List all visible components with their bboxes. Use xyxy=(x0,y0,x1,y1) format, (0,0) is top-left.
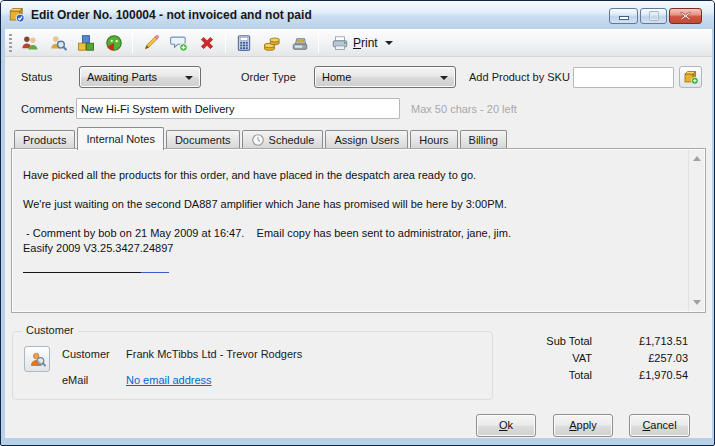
clock-icon xyxy=(251,133,265,147)
print-button[interactable]: Print xyxy=(324,31,400,55)
total-value: £1,970.54 xyxy=(592,367,688,384)
comments-input[interactable] xyxy=(76,98,400,119)
tab-internal-notes[interactable]: Internal Notes xyxy=(77,127,163,150)
add-product-button[interactable] xyxy=(679,66,702,88)
printer-icon xyxy=(331,34,349,52)
toolbar-separator xyxy=(318,33,319,53)
find-customer-button[interactable] xyxy=(45,31,71,55)
tab-label: Hours xyxy=(419,131,448,149)
tab-products[interactable]: Products xyxy=(14,130,75,149)
sku-input[interactable] xyxy=(573,67,674,88)
pencil-icon xyxy=(142,34,160,52)
note-line: - Comment by bob on 21 May 2009 at 16:47… xyxy=(23,227,671,240)
email-field-label: eMail xyxy=(62,374,88,386)
tab-label: Schedule xyxy=(269,131,315,149)
window-title: Edit Order No. 100004 - not invoiced and… xyxy=(31,1,312,29)
toolbar-grip[interactable] xyxy=(9,34,12,52)
ok-button[interactable]: Ok xyxy=(476,414,536,437)
edit-order-window: Edit Order No. 100004 - not invoiced and… xyxy=(0,0,715,446)
minimize-icon xyxy=(619,12,629,21)
maximize-icon xyxy=(649,11,659,21)
tab-label: Products xyxy=(23,131,66,149)
chevron-down-icon xyxy=(440,76,448,80)
add-comment-icon xyxy=(170,34,188,52)
sku-label: Add Product by SKU xyxy=(469,66,570,88)
customer-field-label: Customer xyxy=(62,348,110,360)
tab-schedule[interactable]: Schedule xyxy=(242,130,324,149)
delete-button[interactable] xyxy=(194,31,220,55)
edit-button[interactable] xyxy=(138,31,164,55)
tab-label: Internal Notes xyxy=(86,130,154,148)
refund-button[interactable] xyxy=(101,31,127,55)
tab-strip: Products Internal Notes Documents Schedu… xyxy=(14,127,509,149)
total-label: Total xyxy=(496,367,592,384)
products-cubes-icon xyxy=(77,34,95,52)
tab-label: Documents xyxy=(175,131,231,149)
vat-row: VAT £257.03 xyxy=(496,350,688,367)
add-comment-button[interactable] xyxy=(166,31,192,55)
toolbar-separator xyxy=(225,33,226,53)
minimize-button[interactable] xyxy=(609,8,638,24)
order-totals: Sub Total £1,713.51 VAT £257.03 Total £1… xyxy=(496,333,688,384)
customers-button[interactable] xyxy=(17,31,43,55)
print-accel: P xyxy=(353,36,361,50)
order-type-combobox[interactable]: Home xyxy=(314,66,456,88)
apply-accel: A xyxy=(569,419,576,431)
till-button[interactable] xyxy=(287,31,313,55)
notes-divider-line xyxy=(23,272,169,273)
title-bar[interactable]: Edit Order No. 100004 - not invoiced and… xyxy=(1,1,714,29)
toolbar-separator xyxy=(132,33,133,53)
status-combobox[interactable]: Awaiting Parts xyxy=(79,66,201,88)
status-label: Status xyxy=(21,66,52,88)
close-button[interactable] xyxy=(669,8,702,24)
order-type-value: Home xyxy=(322,71,351,83)
ok-accel: O xyxy=(499,419,508,431)
tab-billing[interactable]: Billing xyxy=(460,130,507,149)
app-icon xyxy=(9,7,25,23)
toolbar: Print xyxy=(5,29,712,57)
add-product-box-icon xyxy=(683,69,699,85)
vat-value: £257.03 xyxy=(592,350,688,367)
calculator-icon xyxy=(235,34,253,52)
subtotal-row: Sub Total £1,713.51 xyxy=(496,333,688,350)
customer-groupbox: Customer Customer Frank McTibbs Ltd - Tr… xyxy=(12,331,493,400)
note-line: We're just waiting on the second DA887 a… xyxy=(23,198,671,211)
delete-x-icon xyxy=(198,34,216,52)
find-customer-detail-button[interactable] xyxy=(24,346,50,372)
note-line: Easify 2009 V3.25.3427.24897 xyxy=(23,242,671,255)
print-dropdown-caret-icon[interactable] xyxy=(385,41,393,45)
users-icon xyxy=(21,34,39,52)
comments-label: Comments xyxy=(21,98,74,120)
chevron-down-icon xyxy=(185,76,193,80)
scroll-down-icon[interactable] xyxy=(693,300,701,305)
internal-notes-text: Have picked all the products for this or… xyxy=(23,169,671,273)
internal-notes-panel[interactable]: Have picked all the products for this or… xyxy=(11,148,706,313)
maximize-button[interactable] xyxy=(640,8,667,24)
apply-label-rest: pply xyxy=(577,419,597,431)
order-form: Status Awaiting Parts Order Type Home Ad… xyxy=(5,57,712,438)
note-line: Have picked all the products for this or… xyxy=(23,169,671,182)
refund-icon xyxy=(105,34,123,52)
money-button[interactable] xyxy=(259,31,285,55)
ok-label-rest: k xyxy=(508,419,514,431)
vat-label: VAT xyxy=(496,350,592,367)
tab-documents[interactable]: Documents xyxy=(166,130,240,149)
tab-hours[interactable]: Hours xyxy=(410,130,457,149)
customer-group-label: Customer xyxy=(22,324,78,336)
cash-register-icon xyxy=(291,34,309,52)
cancel-button[interactable]: Cancel xyxy=(629,414,690,437)
email-link[interactable]: No email address xyxy=(126,374,212,386)
close-icon xyxy=(680,11,691,21)
comments-chars-hint: Max 50 chars - 20 left xyxy=(411,98,517,120)
customer-search-icon xyxy=(29,351,46,368)
scroll-up-icon[interactable] xyxy=(693,156,701,161)
tab-assign-users[interactable]: Assign Users xyxy=(325,130,408,149)
notes-scrollbar[interactable] xyxy=(688,150,704,311)
apply-button[interactable]: Apply xyxy=(553,414,613,437)
tab-label: Assign Users xyxy=(334,131,399,149)
coins-icon xyxy=(263,34,281,52)
calculator-button[interactable] xyxy=(231,31,257,55)
products-button[interactable] xyxy=(73,31,99,55)
total-row: Total £1,970.54 xyxy=(496,367,688,384)
tab-label: Billing xyxy=(469,131,498,149)
